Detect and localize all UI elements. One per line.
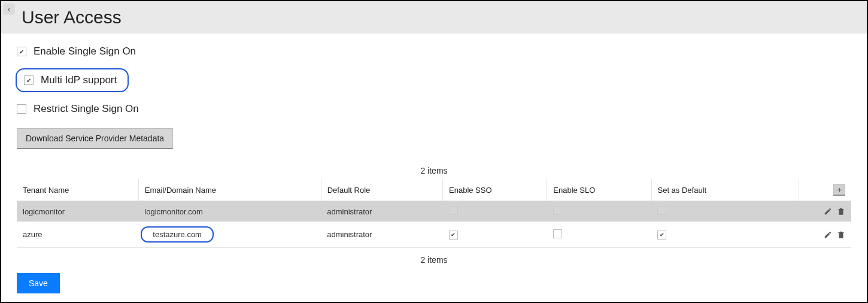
restrict-sso-checkbox[interactable] — [17, 104, 26, 114]
set-default-checkbox[interactable] — [657, 206, 666, 215]
cell-role: administrator — [321, 201, 442, 222]
col-set-default[interactable]: Set as Default — [651, 179, 799, 201]
restrict-sso-row: Restrict Single Sign On — [17, 103, 851, 115]
download-metadata-button[interactable]: Download Service Provider Metadata — [17, 128, 173, 149]
delete-icon[interactable] — [837, 231, 845, 239]
multi-idp-label: Multi IdP support — [41, 74, 117, 86]
delete-icon[interactable] — [837, 207, 845, 216]
col-email-domain[interactable]: Email/Domain Name — [138, 179, 321, 201]
enable-sso-checkbox[interactable]: ✔ — [17, 47, 26, 56]
chevron-left-icon: ‹ — [8, 4, 11, 14]
page-header: ‹ User Access — [1, 1, 867, 34]
back-button[interactable]: ‹ — [4, 4, 14, 14]
set-default-checkbox[interactable]: ✔ — [657, 231, 666, 240]
enable-slo-cell — [547, 201, 651, 222]
enable-sso-cell: ✔ — [443, 222, 547, 248]
cell-actions — [799, 222, 851, 248]
idp-table: Tenant Name Email/Domain Name Default Ro… — [17, 179, 851, 248]
row-actions — [805, 207, 845, 216]
items-count-bottom: 2 items — [17, 255, 851, 265]
multi-idp-checkbox[interactable]: ✔ — [24, 75, 34, 85]
cell-actions — [799, 201, 851, 222]
set-default-cell — [651, 201, 799, 222]
add-row-button[interactable]: ＋ — [833, 184, 845, 196]
cell-tenant: logicmonitor — [17, 201, 138, 222]
col-enable-slo[interactable]: Enable SLO — [547, 179, 651, 201]
restrict-sso-label: Restrict Single Sign On — [34, 103, 139, 115]
cell-tenant: azure — [17, 222, 138, 248]
enable-sso-cell — [443, 201, 547, 222]
table-row: logicmonitorlogicmonitor.comadministrato… — [17, 201, 851, 222]
enable-slo-cell — [547, 222, 651, 248]
enable-slo-checkbox[interactable] — [553, 229, 562, 238]
edit-icon[interactable] — [824, 207, 832, 216]
cell-email: testazure.com — [138, 222, 321, 248]
cell-role: administrator — [321, 222, 442, 248]
col-default-role[interactable]: Default Role — [321, 179, 442, 201]
enable-sso-label: Enable Single Sign On — [34, 46, 136, 57]
enable-sso-checkbox[interactable] — [449, 206, 458, 215]
items-count-top: 2 items — [17, 166, 851, 175]
table-row: azuretestazure.comadministrator✔✔ — [17, 222, 851, 248]
email-highlight: testazure.com — [141, 226, 214, 243]
col-tenant-name[interactable]: Tenant Name — [17, 179, 138, 201]
cell-email: logicmonitor.com — [138, 201, 321, 222]
col-enable-sso[interactable]: Enable SSO — [443, 179, 547, 201]
multi-idp-highlight: ✔ Multi IdP support — [16, 68, 129, 92]
save-button[interactable]: Save — [17, 273, 60, 293]
table-header-row: Tenant Name Email/Domain Name Default Ro… — [17, 179, 851, 201]
row-actions — [805, 231, 845, 239]
content-area: ✔ Enable Single Sign On ✔ Multi IdP supp… — [1, 34, 867, 272]
enable-slo-checkbox[interactable] — [553, 206, 562, 215]
enable-sso-row: ✔ Enable Single Sign On — [17, 46, 851, 57]
col-actions: ＋ — [799, 179, 851, 201]
edit-icon[interactable] — [824, 231, 832, 239]
page-title: User Access — [22, 7, 858, 28]
set-default-cell: ✔ — [651, 222, 799, 248]
enable-sso-checkbox[interactable]: ✔ — [449, 231, 458, 240]
